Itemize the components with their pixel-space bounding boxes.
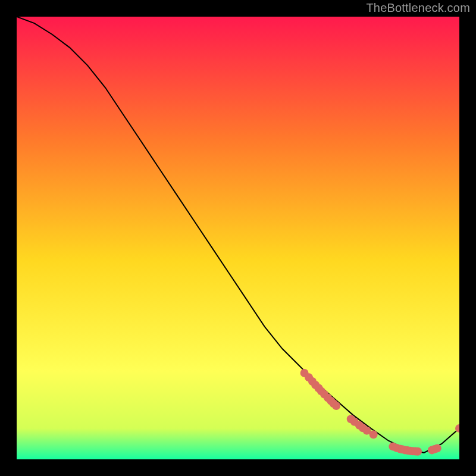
data-point <box>433 444 441 452</box>
chart-container: TheBottleneck.com <box>0 0 476 476</box>
chart-svg <box>17 17 459 459</box>
data-point <box>369 430 378 439</box>
plot-area <box>17 17 459 459</box>
chart-background <box>17 17 459 459</box>
attribution-label: TheBottleneck.com <box>366 1 470 15</box>
data-point <box>332 402 340 410</box>
data-point <box>414 447 422 456</box>
